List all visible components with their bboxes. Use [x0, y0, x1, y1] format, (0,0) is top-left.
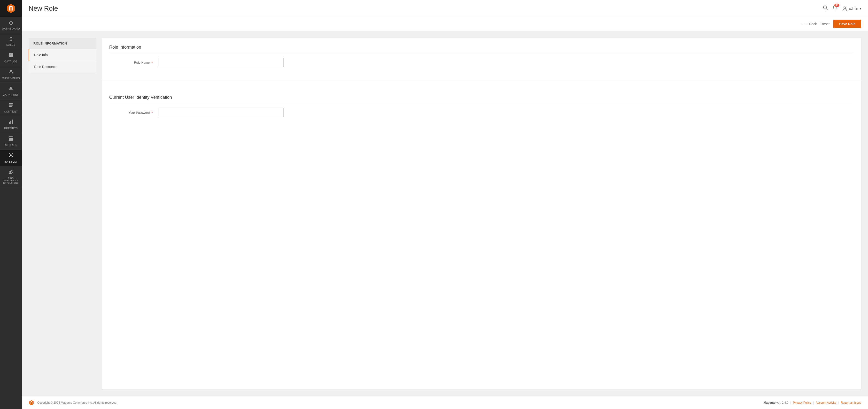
svg-rect-9	[9, 122, 10, 124]
footer-separator-1: |	[790, 401, 791, 404]
required-indicator-2: *	[152, 111, 153, 114]
section-title-role-info: Role Information	[109, 45, 853, 53]
password-input[interactable]	[158, 108, 284, 117]
notification-count: 39	[834, 4, 839, 7]
sidebar: ⊙ DASHBOARD $ SALES CATALOG CUSTOMERS MA…	[0, 0, 22, 409]
content-icon	[8, 102, 13, 109]
footer-logo	[29, 400, 34, 406]
sidebar-item-label: STORES	[5, 143, 17, 146]
footer-left: Copyright © 2024 Magento Commerce Inc. A…	[29, 400, 117, 406]
sidebar-logo[interactable]	[0, 0, 22, 17]
svg-point-13	[10, 155, 11, 156]
system-icon	[8, 152, 13, 159]
back-label: ← Back	[805, 22, 817, 26]
notification-bell[interactable]: 39	[832, 5, 838, 12]
sidebar-item-customers[interactable]: CUSTOMERS	[0, 66, 22, 83]
save-role-button[interactable]: Save Role	[833, 20, 861, 28]
sidebar-item-label: CONTENT	[4, 110, 18, 113]
sidebar-item-dashboard[interactable]: ⊙ DASHBOARD	[0, 17, 22, 33]
main-content: New Role 39 admin ▾ ← ← Back Reset Save …	[22, 0, 868, 409]
svg-rect-11	[12, 120, 13, 124]
sidebar-item-label: DASHBOARD	[2, 27, 20, 30]
role-information-section: Role Information Role Name *	[101, 38, 861, 79]
svg-rect-2	[9, 55, 11, 57]
sidebar-item-marketing[interactable]: MARKETING	[0, 83, 22, 99]
sidebar-item-label: REPORTS	[4, 127, 18, 130]
search-icon[interactable]	[823, 5, 828, 12]
role-name-input[interactable]	[158, 58, 284, 67]
sidebar-item-label: SYSTEM	[5, 160, 17, 163]
svg-rect-10	[10, 121, 11, 124]
marketing-icon	[8, 86, 13, 93]
footer-right: Magento ver. 2.4.0 | Privacy Policy | Ac…	[764, 401, 861, 404]
sidebar-item-label: CATALOG	[4, 60, 18, 63]
password-row: Your Password *	[109, 108, 853, 117]
account-activity-link[interactable]: Account Activity	[816, 401, 836, 404]
left-nav-header: ROLE INFORMATION	[29, 38, 96, 49]
form-panel: Role Information Role Name * Current Use…	[101, 38, 861, 389]
svg-point-15	[11, 170, 12, 172]
section-title-identity: Current User Identity Verification	[109, 95, 853, 103]
svg-point-17	[844, 7, 846, 9]
role-name-row: Role Name *	[109, 58, 853, 67]
footer-separator-3: |	[838, 401, 839, 404]
footer-copyright: Copyright © 2024 Magento Commerce Inc. A…	[37, 401, 117, 404]
svg-point-4	[10, 70, 12, 72]
catalog-icon	[8, 52, 13, 59]
magento-label: Magento	[764, 401, 775, 404]
role-name-label: Role Name *	[109, 61, 158, 64]
svg-rect-8	[9, 106, 11, 107]
svg-marker-5	[9, 87, 13, 90]
sidebar-item-system[interactable]: SYSTEM	[0, 149, 22, 166]
report-issue-link[interactable]: Report an Issue	[841, 401, 861, 404]
customers-icon	[8, 69, 13, 76]
sidebar-item-sales[interactable]: $ SALES	[0, 33, 22, 49]
back-arrow-icon: ←	[800, 22, 803, 26]
find-partners-icon	[8, 169, 13, 176]
required-indicator: *	[152, 61, 153, 64]
identity-verification-section: Current User Identity Verification Your …	[101, 88, 861, 129]
admin-user-menu[interactable]: admin ▾	[842, 6, 861, 11]
sales-icon: $	[9, 36, 12, 42]
footer-version: Magento ver. 2.4.0	[764, 401, 788, 404]
stores-icon	[8, 136, 13, 142]
privacy-policy-link[interactable]: Privacy Policy	[793, 401, 811, 404]
chevron-down-icon: ▾	[860, 6, 861, 10]
sidebar-item-label: CUSTOMERS	[2, 77, 20, 80]
svg-rect-0	[9, 53, 11, 55]
svg-rect-7	[9, 105, 13, 105]
sidebar-item-label: SALES	[6, 43, 16, 46]
version-number: ver. 2.4.0	[776, 401, 788, 404]
password-label: Your Password *	[109, 111, 158, 114]
form-divider	[101, 81, 861, 81]
content-area: ROLE INFORMATION Role Info Role Resource…	[22, 31, 868, 396]
sidebar-item-content[interactable]: CONTENT	[0, 99, 22, 116]
sidebar-item-stores[interactable]: STORES	[0, 133, 22, 149]
sidebar-item-find-partners[interactable]: FIND PARTNERS & EXTENSIONS	[0, 166, 22, 187]
sidebar-item-label: FIND PARTNERS & EXTENSIONS	[1, 177, 20, 184]
left-nav-item-role-resources[interactable]: Role Resources	[29, 61, 96, 73]
reports-icon	[8, 119, 13, 126]
left-navigation: ROLE INFORMATION Role Info Role Resource…	[29, 38, 96, 389]
sidebar-item-catalog[interactable]: CATALOG	[0, 49, 22, 66]
left-nav-item-role-info[interactable]: Role Info	[29, 49, 96, 61]
svg-rect-6	[9, 103, 13, 104]
dashboard-icon: ⊙	[9, 20, 13, 26]
page-footer: Copyright © 2024 Magento Commerce Inc. A…	[22, 396, 868, 409]
svg-rect-3	[11, 55, 13, 57]
svg-rect-1	[11, 53, 13, 55]
sidebar-item-reports[interactable]: REPORTS	[0, 116, 22, 133]
svg-point-14	[9, 171, 11, 172]
sidebar-item-label: MARKETING	[2, 94, 20, 96]
admin-label: admin	[849, 6, 858, 10]
footer-separator-2: |	[813, 401, 814, 404]
svg-rect-12	[9, 138, 13, 141]
page-header: New Role 39 admin ▾	[22, 0, 868, 17]
header-actions: 39 admin ▾	[823, 5, 861, 12]
back-button[interactable]: ← ← Back	[800, 22, 817, 26]
action-bar: ← ← Back Reset Save Role	[22, 17, 868, 31]
page-title: New Role	[29, 5, 58, 12]
reset-button[interactable]: Reset	[820, 22, 830, 26]
